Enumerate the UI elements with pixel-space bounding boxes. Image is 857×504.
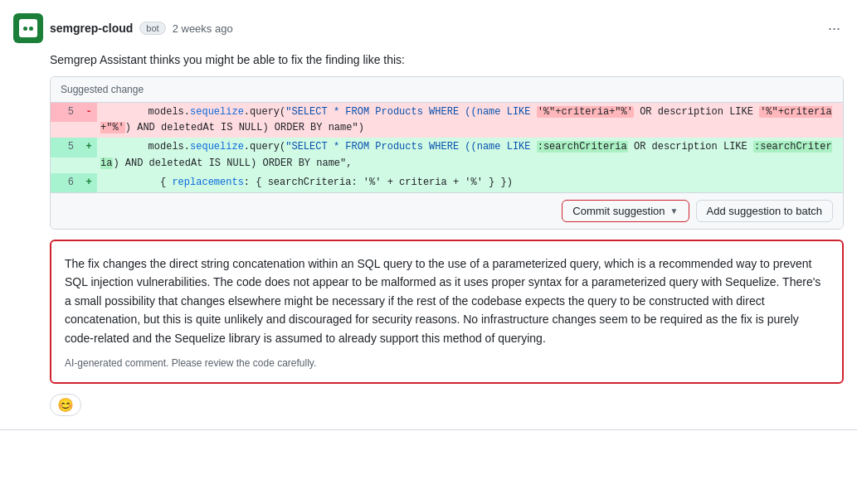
reaction-button[interactable]: 😊 [50, 394, 81, 416]
ai-disclaimer: AI-generated comment. Please review the … [65, 357, 829, 369]
suggested-change-box: Suggested change 5 - models.sequelize.qu… [50, 76, 844, 230]
diff-line-num: 6 [51, 173, 80, 192]
comment-container: semgrep-cloud bot 2 weeks ago ··· Semgre… [0, 0, 857, 430]
commit-suggestion-label: Commit suggestion [572, 205, 665, 217]
avatar [13, 13, 43, 43]
diff-content-added-5: models.sequelize.query("SELECT * FROM Pr… [97, 138, 843, 172]
diff-area: 5 - models.sequelize.query("SELECT * FRO… [51, 103, 843, 192]
diff-sign-plus: + [80, 138, 97, 157]
commit-suggestion-button[interactable]: Commit suggestion ▼ [562, 200, 689, 222]
diff-content-added-6: { replacements: { searchCriteria: '%' + … [97, 173, 843, 192]
ai-explanation-box: The fix changes the direct string concat… [50, 240, 844, 384]
more-options-button[interactable]: ··· [825, 17, 844, 41]
suggestion-actions: Commit suggestion ▼ Add suggestion to ba… [51, 192, 843, 229]
comment-body: Semgrep Assistant thinks you might be ab… [13, 53, 844, 416]
diff-line-num: 5 [51, 138, 80, 157]
add-to-batch-button[interactable]: Add suggestion to batch [696, 200, 834, 222]
comment-header-left: semgrep-cloud bot 2 weeks ago [13, 13, 233, 43]
timestamp: 2 weeks ago [173, 22, 233, 35]
diff-sign-plus: + [80, 173, 97, 192]
diff-line-num: 5 [51, 103, 80, 122]
ai-explanation-text: The fix changes the direct string concat… [65, 254, 829, 347]
bot-badge: bot [139, 22, 165, 35]
comment-header: semgrep-cloud bot 2 weeks ago ··· [13, 13, 844, 43]
suggested-change-header: Suggested change [51, 77, 843, 103]
dropdown-arrow-icon: ▼ [670, 206, 679, 216]
diff-content-removed: models.sequelize.query("SELECT * FROM Pr… [97, 103, 843, 138]
diff-sign-minus: - [80, 103, 97, 122]
username: semgrep-cloud [50, 22, 133, 35]
reaction-area: 😊 [50, 394, 844, 416]
diff-line-added-6: 6 + { replacements: { searchCriteria: '%… [51, 173, 843, 192]
diff-line-removed-5: 5 - models.sequelize.query("SELECT * FRO… [51, 103, 843, 138]
diff-line-added-5: 5 + models.sequelize.query("SELECT * FRO… [51, 138, 843, 172]
intro-text: Semgrep Assistant thinks you might be ab… [50, 53, 844, 66]
